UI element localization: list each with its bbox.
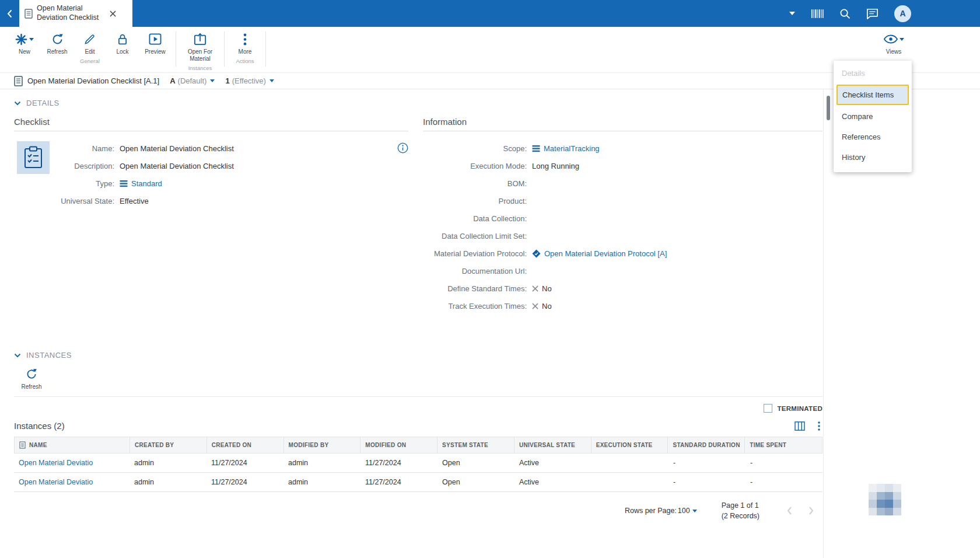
column-header-modified-on[interactable]: MODIFIED ON: [360, 437, 438, 453]
checklist-panel: Checklist Name: Open Material Deviation …: [14, 117, 408, 315]
field-material-deviation-protocol: Material Deviation Protocol: Open Materi…: [423, 245, 822, 262]
avatar[interactable]: A: [894, 5, 911, 22]
table-menu-kebab-icon[interactable]: [818, 421, 820, 431]
type-link[interactable]: Standard: [131, 179, 162, 188]
checklist-panel-title: Checklist: [14, 117, 408, 131]
chevron-down-icon: [29, 38, 34, 41]
views-button[interactable]: Views: [877, 32, 910, 55]
instance-link[interactable]: Open Material Deviatio: [19, 459, 93, 467]
chevron-down-icon: [14, 353, 21, 358]
instances-section: INSTANCES Refresh TERMINATED Instances (…: [0, 351, 823, 521]
lock-button[interactable]: Lock: [106, 32, 139, 55]
views-menu: Details Checklist Items Compare Referenc…: [834, 61, 912, 172]
preview-button[interactable]: Preview: [139, 32, 172, 55]
field-data-collection-limit-set: Data Collection Limit Set:: [423, 227, 822, 245]
views-menu-item-history[interactable]: History: [834, 147, 912, 168]
version-selector[interactable]: A (Default): [170, 76, 215, 85]
preview-play-icon: [149, 33, 162, 45]
tab-open-material-deviation-checklist[interactable]: Open Material Deviation Checklist: [19, 0, 132, 27]
column-header-universal-state[interactable]: UNIVERSAL STATE: [514, 437, 592, 453]
column-header-created-by[interactable]: CREATED BY: [130, 437, 207, 453]
revision-selector[interactable]: 1 (Effective): [225, 76, 274, 85]
open-for-material-button[interactable]: Open For Material: [180, 32, 220, 62]
search-icon[interactable]: [839, 8, 850, 19]
rows-per-page-selector[interactable]: Rows per Page: 100: [625, 507, 697, 515]
instances-table-title: Instances (2): [14, 421, 65, 431]
field-documentation-url: Documentation Url:: [423, 262, 822, 280]
toolbar-group-label: General: [80, 58, 100, 64]
refresh-button[interactable]: Refresh: [41, 32, 74, 55]
barcode-icon[interactable]: [811, 9, 824, 19]
field-data-collection: Data Collection:: [423, 210, 822, 227]
close-icon[interactable]: [110, 11, 116, 17]
toolbar-separator: [265, 32, 266, 67]
scope-link[interactable]: MaterialTracking: [544, 144, 600, 153]
list-icon: [532, 145, 540, 152]
column-header-standard-duration[interactable]: STANDARD DURATION: [668, 437, 745, 453]
toolbar-group-actions: More Actions: [229, 32, 261, 64]
back-button[interactable]: [0, 0, 19, 27]
tab-title: Open Material Deviation Checklist: [37, 4, 106, 22]
views-menu-item-references[interactable]: References: [834, 127, 912, 147]
material-deviation-protocol-link[interactable]: Open Material Deviation Protocol [A]: [544, 249, 667, 258]
instances-section-toggle[interactable]: INSTANCES: [14, 351, 809, 360]
new-button[interactable]: New: [8, 32, 41, 55]
field-type: Type: Standard: [14, 175, 408, 192]
document-icon: [19, 441, 26, 449]
field-description: Description: Open Material Deviation Che…: [14, 157, 408, 175]
chat-icon[interactable]: [866, 8, 878, 19]
toolbar-group-instances: Open For Material Instances: [180, 32, 220, 71]
information-panel: Information Scope: MaterialTracking Exec…: [423, 117, 822, 315]
topbar: Open Material Deviation Checklist A: [0, 0, 980, 27]
preview-thumbnail[interactable]: [869, 484, 901, 515]
field-define-standard-times: Define Standard Times: No: [423, 280, 822, 297]
edit-button[interactable]: Edit: [74, 32, 106, 55]
toolbar-group-label: Actions: [236, 58, 254, 64]
table-footer: Rows per Page: 100 Page 1 of 1 (2 Record…: [14, 500, 822, 521]
table-row[interactable]: Open Material Deviatio admin 11/27/2024 …: [14, 473, 822, 492]
chevron-down-icon: [270, 79, 274, 82]
instances-refresh-button[interactable]: Refresh: [15, 367, 48, 390]
scrollbar-thumb[interactable]: [827, 96, 830, 120]
column-header-execution-state[interactable]: EXECUTION STATE: [592, 437, 668, 453]
chevron-down-icon: [900, 38, 904, 41]
next-page-icon[interactable]: [808, 506, 814, 515]
column-header-created-on[interactable]: CREATED ON: [207, 437, 284, 453]
terminated-filter: TERMINATED: [14, 404, 822, 413]
field-execution-mode: Execution Mode: Long Running: [423, 157, 822, 175]
breadcrumb: Open Material Deviation Checklist [A.1] …: [0, 73, 980, 89]
instances-table: NAME CREATED BY CREATED ON MODIFIED BY M…: [14, 437, 822, 492]
field-track-execution-times: Track Execution Times: No: [423, 297, 822, 315]
document-icon: [24, 9, 33, 19]
protocol-diamond-icon: [532, 249, 541, 258]
toolbar-group-label: Instances: [188, 65, 212, 71]
topbar-actions: A: [789, 0, 980, 27]
lock-icon: [117, 33, 128, 46]
details-section-toggle[interactable]: DETAILS: [14, 99, 809, 107]
column-chooser-icon[interactable]: [794, 421, 805, 431]
terminated-checkbox[interactable]: [764, 404, 772, 413]
views-menu-item-compare[interactable]: Compare: [834, 106, 912, 127]
information-panel-title: Information: [423, 117, 822, 131]
toolbar: New Refresh Edit Lock: [0, 27, 980, 73]
main-content: DETAILS Checklist Name: Open Material De…: [0, 89, 824, 558]
details-section: DETAILS Checklist Name: Open Material De…: [0, 89, 823, 315]
x-mark-icon: [532, 303, 538, 309]
column-header-system-state[interactable]: SYSTEM STATE: [438, 437, 514, 453]
document-icon: [14, 76, 23, 86]
page-info: Page 1 of 1 (2 Records): [722, 500, 760, 521]
divider: [14, 396, 822, 397]
clipboard-checklist-icon: [23, 146, 43, 169]
tabs-dropdown-icon[interactable]: [789, 12, 795, 15]
chevron-down-icon: [210, 79, 215, 82]
views-menu-item-checklist-items[interactable]: Checklist Items: [836, 85, 909, 105]
table-row[interactable]: Open Material Deviatio admin 11/27/2024 …: [14, 454, 822, 473]
previous-page-icon[interactable]: [786, 506, 792, 515]
column-header-modified-by[interactable]: MODIFIED BY: [284, 437, 361, 453]
field-bom: BOM:: [423, 175, 822, 192]
more-button[interactable]: More: [229, 32, 261, 55]
instance-link[interactable]: Open Material Deviatio: [19, 478, 93, 486]
info-icon[interactable]: [397, 142, 408, 156]
column-header-time-spent[interactable]: TIME SPENT: [745, 437, 822, 453]
column-header-name[interactable]: NAME: [15, 437, 130, 453]
